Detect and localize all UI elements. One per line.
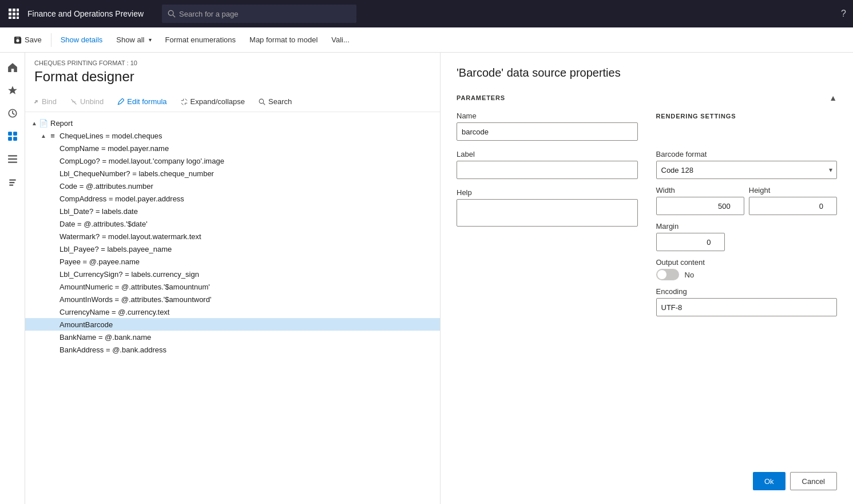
help-label: Help bbox=[457, 188, 638, 197]
svg-rect-3 bbox=[9, 13, 11, 15]
report-icon: 📄 bbox=[39, 118, 48, 128]
tree-item-complogo[interactable]: CompLogo? = model.layout.'company logo'.… bbox=[25, 154, 440, 167]
edit-formula-button[interactable]: Edit formula bbox=[110, 94, 173, 109]
panel-title: 'Barcode' data source properties bbox=[457, 66, 837, 80]
label-field-group: Label bbox=[457, 150, 638, 179]
show-all-button[interactable]: Show all ▾ bbox=[109, 27, 158, 53]
grid-menu-icon[interactable] bbox=[7, 7, 21, 21]
output-content-label: Output content bbox=[656, 258, 838, 267]
toggle-knob bbox=[657, 270, 666, 279]
tree-item-code[interactable]: Code = @.attributes.number bbox=[25, 180, 440, 192]
sidebar-workspace-icon[interactable] bbox=[2, 126, 23, 146]
tree-item-bankaddress[interactable]: BankAddress = @.bank.address bbox=[25, 343, 440, 356]
search-placeholder: Search for a page bbox=[179, 10, 238, 18]
tree-toggle-chequelines[interactable]: ▲ bbox=[39, 131, 48, 140]
format-enumerations-button[interactable]: Format enumerations bbox=[158, 27, 243, 53]
tree-item-chequelines[interactable]: ▲ ≡ ChequeLines = model.cheques bbox=[25, 129, 440, 142]
margin-input[interactable] bbox=[656, 233, 725, 251]
svg-rect-13 bbox=[13, 132, 17, 136]
main-area: CHEQUES PRINTING FORMAT : 10 Format desi… bbox=[0, 53, 853, 504]
name-label: Name bbox=[457, 112, 638, 120]
height-input[interactable] bbox=[749, 197, 837, 215]
tree-toggle-report[interactable]: ▲ bbox=[30, 118, 39, 128]
app-title: Finance and Operations Preview bbox=[27, 9, 144, 18]
height-group: Height bbox=[749, 186, 837, 215]
svg-point-19 bbox=[259, 99, 264, 104]
cancel-button[interactable]: Cancel bbox=[790, 472, 837, 490]
help-textarea[interactable] bbox=[457, 199, 638, 227]
search-button[interactable]: Search bbox=[252, 94, 299, 109]
barcode-format-select[interactable]: Code 128 QR Code EAN-13 PDF417 bbox=[656, 161, 838, 179]
svg-rect-17 bbox=[8, 158, 17, 160]
tree-item-lblcurrencysign[interactable]: Lbl_CurrencySign? = labels.currency_sign bbox=[25, 268, 440, 280]
ok-button[interactable]: Ok bbox=[753, 472, 785, 490]
tree-item-compaddress[interactable]: CompAddress = model.payer.address bbox=[25, 192, 440, 205]
format-designer-panel: CHEQUES PRINTING FORMAT : 10 Format desi… bbox=[25, 53, 441, 504]
unbind-button: Unbind bbox=[64, 94, 110, 109]
sidebar-collapse-icon[interactable] bbox=[2, 172, 23, 192]
name-input[interactable] bbox=[457, 122, 638, 141]
svg-rect-4 bbox=[13, 13, 15, 15]
svg-rect-12 bbox=[8, 132, 12, 136]
map-format-button[interactable]: Map format to model bbox=[243, 27, 324, 53]
barcode-format-group: Barcode format Code 128 QR Code EAN-13 P… bbox=[656, 150, 838, 179]
tree-item-amountinwords[interactable]: AmountInWords = @.attributes.'$amountwor… bbox=[25, 293, 440, 305]
left-sidebar bbox=[0, 53, 25, 504]
encoding-input[interactable] bbox=[656, 298, 838, 316]
svg-rect-15 bbox=[13, 137, 17, 141]
svg-rect-0 bbox=[9, 9, 11, 11]
svg-rect-14 bbox=[8, 137, 12, 141]
left-params: Label Help bbox=[457, 150, 638, 316]
tree-item-lbldate[interactable]: Lbl_Date? = labels.date bbox=[25, 205, 440, 217]
bind-button: Bind bbox=[25, 94, 64, 109]
label-label: Label bbox=[457, 150, 638, 158]
tree-item-compname[interactable]: CompName = model.payer.name bbox=[25, 142, 440, 154]
top-nav: Finance and Operations Preview Search fo… bbox=[0, 0, 853, 27]
margin-label: Margin bbox=[656, 222, 838, 231]
tree-item-amountbarcode[interactable]: AmountBarcode bbox=[25, 318, 440, 331]
width-input[interactable] bbox=[656, 197, 744, 215]
svg-line-20 bbox=[263, 102, 265, 104]
tree-item-payee[interactable]: Payee = @.payee.name bbox=[25, 255, 440, 268]
tree-item-watermark[interactable]: Watermark? = model.layout.watermark.text bbox=[25, 230, 440, 243]
width-group: Width bbox=[656, 186, 744, 215]
wh-row: Width Height bbox=[656, 186, 838, 215]
show-details-button[interactable]: Show details bbox=[54, 27, 110, 53]
tree-item-report[interactable]: ▲ 📄 Report bbox=[25, 117, 440, 129]
valid-button[interactable]: Vali... bbox=[324, 27, 356, 53]
barcode-format-label: Barcode format bbox=[656, 150, 838, 158]
save-button[interactable]: Save bbox=[7, 27, 49, 53]
expand-collapse-button[interactable]: Expand/collapse bbox=[174, 94, 252, 109]
tree-item-date[interactable]: Date = @.attributes.'$date' bbox=[25, 217, 440, 230]
output-content-toggle[interactable] bbox=[656, 269, 679, 280]
tree-item-lblpayee[interactable]: Lbl_Payee? = labels.payee_name bbox=[25, 243, 440, 255]
sidebar-favorites-icon[interactable] bbox=[2, 80, 23, 101]
svg-rect-7 bbox=[13, 17, 15, 19]
output-content-group: Output content No bbox=[656, 258, 838, 280]
parameters-section-header: Parameters ▲ bbox=[457, 93, 837, 102]
tree-item-lblcheque[interactable]: Lbl_ChequeNumber? = labels.cheque_number bbox=[25, 167, 440, 180]
show-all-chevron: ▾ bbox=[149, 37, 152, 43]
chequelines-icon: ≡ bbox=[48, 131, 57, 140]
tree-item-bankname[interactable]: BankName = @.bank.name bbox=[25, 331, 440, 343]
fd-header: CHEQUES PRINTING FORMAT : 10 Format desi… bbox=[25, 53, 440, 92]
barcode-format-select-wrapper: Code 128 QR Code EAN-13 PDF417 ▾ bbox=[656, 161, 838, 179]
tree-item-currencyname[interactable]: CurrencyName = @.currency.text bbox=[25, 305, 440, 318]
svg-rect-1 bbox=[13, 9, 15, 11]
toolbar: Save Show details Show all ▾ Format enum… bbox=[0, 27, 853, 53]
sidebar-recent-icon[interactable] bbox=[2, 103, 23, 124]
sidebar-home-icon[interactable] bbox=[2, 57, 23, 78]
search-bar[interactable]: Search for a page bbox=[162, 5, 356, 23]
tree-item-amountnumeric[interactable]: AmountNumeric = @.attributes.'$amountnum… bbox=[25, 280, 440, 293]
height-label: Height bbox=[749, 186, 837, 195]
parameters-collapse-icon[interactable]: ▲ bbox=[829, 93, 837, 102]
parameters-label: Parameters bbox=[457, 94, 505, 101]
svg-rect-18 bbox=[8, 162, 17, 163]
svg-rect-16 bbox=[8, 155, 17, 156]
properties-panel: 'Barcode' data source properties Paramet… bbox=[441, 53, 853, 504]
svg-rect-2 bbox=[17, 9, 19, 11]
help-icon[interactable]: ? bbox=[841, 9, 846, 19]
label-input[interactable] bbox=[457, 161, 638, 179]
output-content-value: No bbox=[685, 271, 695, 279]
sidebar-list-icon[interactable] bbox=[2, 149, 23, 169]
